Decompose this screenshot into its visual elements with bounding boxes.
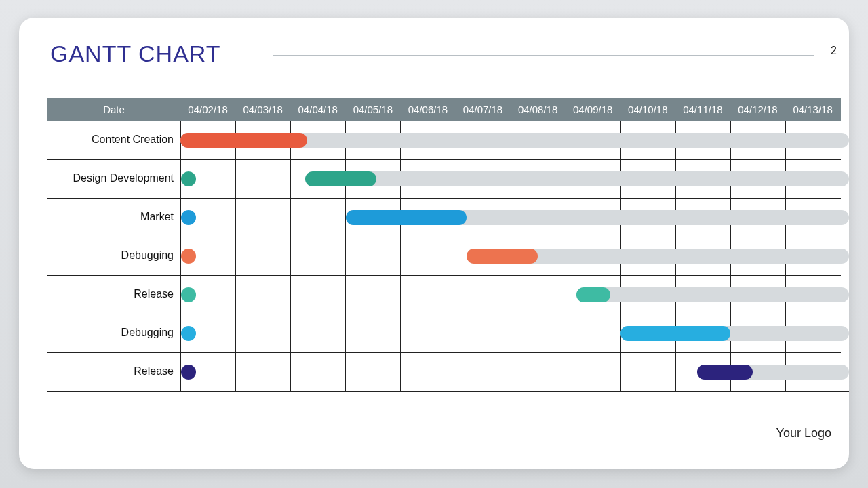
task-row: Release: [47, 352, 841, 391]
task-row: Debugging: [47, 314, 841, 352]
task-row: Market: [47, 198, 841, 237]
task-label: Debugging: [47, 327, 174, 339]
task-label: Release: [47, 365, 174, 378]
task-label: Content Creation: [47, 134, 174, 146]
task-label: Release: [47, 288, 174, 300]
divider-footer: [50, 418, 814, 418]
date-col: 04/12/18: [730, 104, 785, 115]
task-bar: [697, 365, 753, 380]
task-marker-icon: [181, 365, 196, 380]
task-bar: [346, 210, 467, 225]
date-col: 04/13/18: [785, 104, 840, 115]
task-track: [305, 171, 849, 186]
task-label: Design Development: [47, 172, 174, 184]
date-col: 04/08/18: [511, 104, 566, 115]
task-marker-icon: [181, 287, 196, 302]
gantt-chart: Date 04/02/18 04/03/18 04/04/18 04/05/18…: [47, 98, 841, 391]
task-label: Market: [47, 211, 174, 223]
divider-top: [273, 55, 814, 56]
gantt-rows: Content Creation Design Development Mark…: [47, 121, 841, 391]
date-col: 04/04/18: [290, 104, 345, 115]
footer-logo-text: Your Logo: [776, 426, 831, 441]
date-col: 04/03/18: [235, 104, 290, 115]
chart-title: GANTT CHART: [50, 41, 221, 67]
task-label: Debugging: [47, 249, 174, 262]
task-row: Release: [47, 275, 841, 314]
task-track: [576, 287, 849, 302]
task-row: Design Development: [47, 159, 841, 198]
gantt-header: Date 04/02/18 04/03/18 04/04/18 04/05/18…: [47, 98, 841, 121]
task-marker-icon: [181, 210, 196, 225]
header-date-label: Date: [47, 104, 180, 115]
task-bar: [620, 326, 730, 341]
date-col: 04/02/18: [180, 104, 235, 115]
date-col: 04/06/18: [400, 104, 455, 115]
task-marker-icon: [181, 249, 196, 264]
task-bar: [576, 287, 610, 302]
date-col: 04/10/18: [620, 104, 675, 115]
task-bar: [180, 133, 307, 148]
slide-card: GANTT CHART 2 Date 04/02/18 04/03/18 04/…: [19, 18, 849, 469]
task-row: Content Creation: [47, 121, 841, 159]
task-marker-icon: [181, 326, 196, 341]
date-col: 04/11/18: [675, 104, 730, 115]
date-col: 04/07/18: [455, 104, 510, 115]
task-bar: [305, 171, 376, 186]
task-marker-icon: [181, 171, 196, 186]
page-number: 2: [831, 45, 837, 57]
task-row: Debugging: [47, 237, 841, 275]
task-bar: [467, 249, 538, 264]
date-col: 04/09/18: [566, 104, 620, 115]
date-col: 04/05/18: [345, 104, 400, 115]
